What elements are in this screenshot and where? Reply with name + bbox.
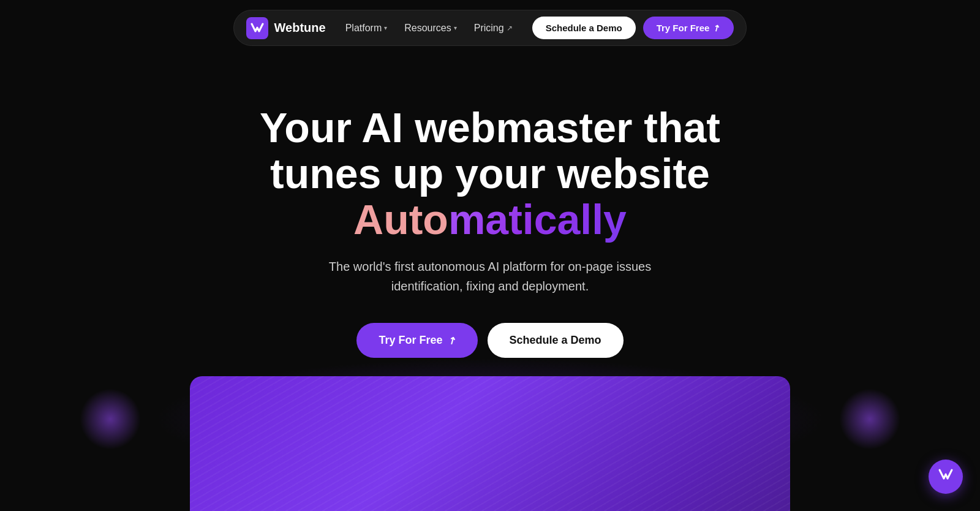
chat-button[interactable] — [929, 460, 963, 494]
logo-icon — [246, 17, 268, 39]
glow-left — [80, 388, 141, 450]
bottom-card — [190, 376, 790, 511]
hero-buttons: Try For Free ↗ Schedule a Demo — [356, 323, 623, 358]
nav-platform[interactable]: Platform ▾ — [345, 23, 388, 34]
navbar-inner: Webtune Platform ▾ Resources ▾ Pricing ↗… — [233, 10, 747, 46]
nav-try-free-button[interactable]: Try For Free ↗ — [643, 17, 734, 39]
chat-button-icon — [938, 468, 954, 485]
hero-try-free-button[interactable]: Try For Free ↗ — [356, 323, 477, 358]
nav-schedule-demo-button[interactable]: Schedule a Demo — [532, 17, 636, 39]
glow-right — [839, 388, 900, 450]
hero-try-arrow-icon: ↗ — [445, 333, 458, 347]
pricing-external-icon: ↗ — [507, 24, 513, 32]
nav-resources[interactable]: Resources ▾ — [404, 23, 456, 34]
resources-chevron-icon: ▾ — [454, 25, 457, 31]
nav-pricing[interactable]: Pricing ↗ — [474, 23, 513, 34]
hero-subtitle: The world's first autonomous AI platform… — [325, 257, 655, 296]
try-free-arrow-icon: ↗ — [711, 22, 722, 34]
logo-text: Webtune — [274, 21, 326, 35]
platform-chevron-icon: ▾ — [384, 25, 387, 31]
nav-buttons: Schedule a Demo Try For Free ↗ — [532, 17, 734, 39]
hero-section: Your AI webmaster that tunes up your web… — [0, 56, 980, 358]
nav-links: Platform ▾ Resources ▾ Pricing ↗ — [345, 23, 513, 34]
logo-link[interactable]: Webtune — [246, 17, 326, 39]
hero-schedule-demo-button[interactable]: Schedule a Demo — [488, 323, 624, 358]
bottom-card-wrapper — [190, 376, 790, 511]
navbar: Webtune Platform ▾ Resources ▾ Pricing ↗… — [0, 0, 980, 56]
hero-title: Your AI webmaster that tunes up your web… — [208, 105, 772, 242]
